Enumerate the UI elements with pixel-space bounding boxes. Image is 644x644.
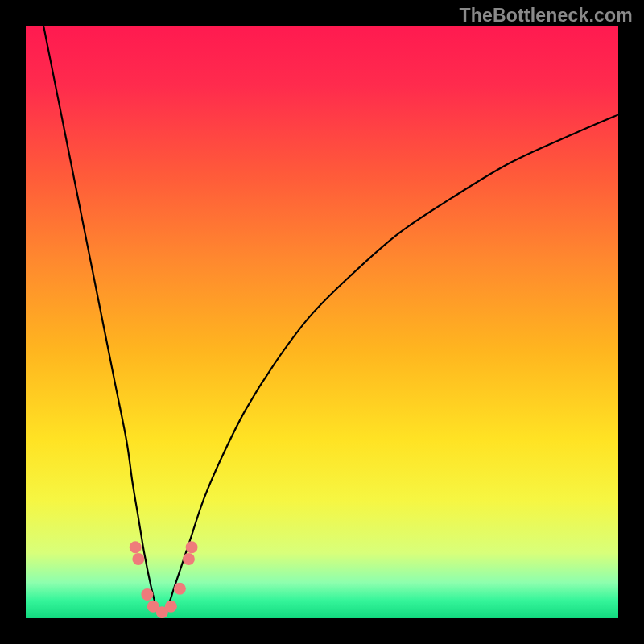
marker-dot — [132, 553, 144, 565]
plot-area — [26, 26, 618, 618]
marker-group — [130, 541, 198, 618]
marker-dot — [165, 601, 177, 613]
bottleneck-curve-left — [43, 26, 162, 618]
chart-frame: TheBottleneck.com — [0, 0, 644, 644]
watermark-text: TheBottleneck.com — [459, 5, 633, 27]
marker-dot — [141, 588, 153, 601]
bottleneck-curve-right — [162, 114, 618, 618]
marker-dot — [174, 583, 186, 595]
marker-dot — [130, 541, 142, 553]
marker-dot — [186, 541, 198, 553]
curve-layer — [26, 26, 618, 618]
marker-dot — [183, 553, 195, 565]
